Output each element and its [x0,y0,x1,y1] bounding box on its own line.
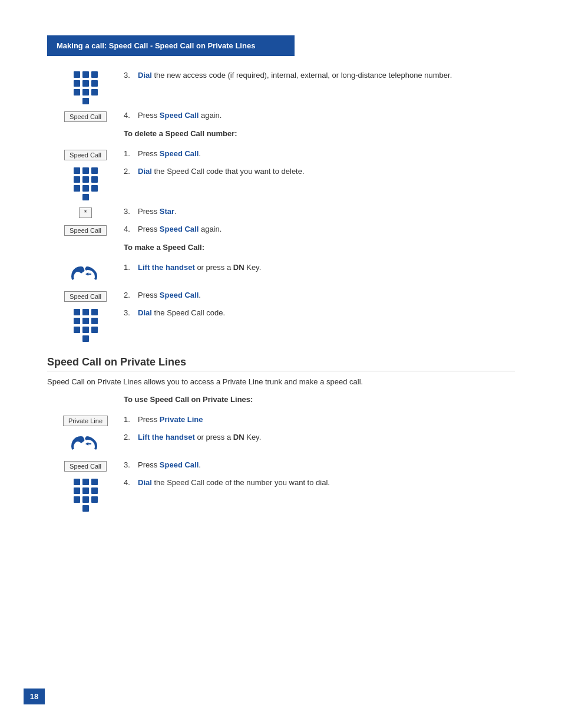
handset-icon-2 [68,433,103,454]
keypad-dot [82,309,89,315]
make-step2-icon: Speed Call [47,290,124,302]
dn-label: DN [233,263,244,272]
private-step3-content: 3. Press Speed Call. [124,460,515,470]
keypad-icon-4 [74,479,98,512]
keypad-dot [74,176,80,183]
private-lines-section-heading: Speed Call on Private Lines [47,356,515,371]
make-step2-content: 2. Press Speed Call. [124,290,515,301]
keypad-dot [74,71,80,78]
delete-label-row: To delete a Speed Call number: [47,128,515,143]
star-button[interactable]: * [79,207,92,218]
make-step1-icon [47,262,124,284]
keypad-dot [74,479,80,485]
use-section-label: To use Speed Call on Private Lines: [124,395,253,404]
step-number: 3. [124,206,134,216]
speed-call-button-delete4[interactable]: Speed Call [64,225,107,236]
speed-call-inline-3: Speed Call [160,460,199,469]
make-step3-icon [47,308,124,342]
keypad-dot [82,496,89,503]
private-line-button[interactable]: Private Line [63,416,108,426]
step-text: Press Private Line [138,414,203,425]
private-step4-content: 4. Dial the Speed Call code of the numbe… [124,477,515,488]
speed-call-button-make2[interactable]: Speed Call [64,291,107,302]
keypad-dot-empty [91,194,98,200]
keypad-icon [74,309,98,342]
speed-call-button-icon[interactable]: Speed Call [64,111,107,122]
keypad-dot [74,487,80,494]
keypad-dot-empty [74,335,80,342]
make-section-label: To make a Speed Call: [124,243,204,252]
keypad-dot [82,185,89,192]
keypad-dot [91,80,98,87]
step-text: Lift the handset or press a DN Key. [138,432,261,443]
keypad-dot [82,479,89,485]
step-text: Lift the handset or press a DN Key. [138,262,261,273]
keypad-dot [91,185,98,192]
make-step-3-row: 3. Dial the Speed Call code. [47,308,515,342]
step-number: 4. [124,110,134,120]
header-banner: Making a call: Speed Call - Speed Call o… [47,35,295,56]
star-inline: Star [160,207,174,216]
delete-step-3-row: * 3. Press Star. [47,206,515,218]
keypad-icon [74,71,98,104]
delete-step4-icon: Speed Call [47,224,124,236]
section-title: Speed Call on Private Lines [47,356,515,368]
keypad-dot [91,167,98,174]
make-step1-content: 1. Lift the handset or press a DN Key. [124,262,515,273]
speed-call-button-private3[interactable]: Speed Call [64,461,107,472]
delete-label-spacer [47,128,124,129]
make-step-1-row: 1. Lift the handset or press a DN Key. [47,262,515,284]
step-text: Dial the Speed Call code. [138,308,225,318]
keypad-dot-empty [91,335,98,342]
keypad-dot-empty [74,505,80,512]
delete-step3-icon: * [47,206,124,218]
private-step-4-row: 4. Dial the Speed Call code of the numbe… [47,477,515,512]
keypad-icon [74,167,98,200]
lift-handset-label: Lift the handset [138,263,195,272]
delete-label-content: To delete a Speed Call number: [124,128,515,143]
keypad-dot [74,89,80,95]
private-line-inline: Private Line [160,415,203,424]
step-number: 4. [124,477,134,487]
delete-step2-content: 2. Dial the Speed Call code that you wan… [124,166,515,177]
delete-step-1-row: Speed Call 1. Press Speed Call. [47,149,515,160]
private-step1-icon: Private Line [47,414,124,426]
step-number: 4. [124,224,134,233]
keypad-dot [74,496,80,503]
delete-step2-icon [47,166,124,200]
use-label-content: To use Speed Call on Private Lines: [124,394,515,409]
page-number: 18 [24,689,45,704]
step-text: Press Speed Call. [138,290,201,301]
step-text: Press Speed Call again. [138,224,222,235]
dial-label: Dial [138,167,152,176]
make-label-row: To make a Speed Call: [47,242,515,256]
step-number: 3. [124,460,134,469]
private-step3-icon: Speed Call [47,460,124,472]
step-number: 1. [124,149,134,158]
private-step2-content: 2. Lift the handset or press a DN Key. [124,432,515,443]
keypad-dot [91,318,98,324]
private-step-3-row: Speed Call 3. Press Speed Call. [47,460,515,472]
keypad-dot-empty [91,98,98,104]
page: Making a call: Speed Call - Speed Call o… [0,0,562,728]
keypad-dot [82,335,89,342]
step-text: Press Speed Call. [138,149,201,159]
keypad-dot-empty [91,505,98,512]
make-step-2-row: Speed Call 2. Press Speed Call. [47,290,515,302]
step-text: Press Star. [138,206,177,217]
keypad-dot [91,479,98,485]
step-text: Dial the new access code (if required), … [138,70,452,81]
step-number: 2. [124,432,134,442]
speed-call-inline: Speed Call [160,291,199,299]
private-step2-icon [47,432,124,454]
keypad-dot [82,194,89,200]
speed-call-inline: Speed Call [160,225,199,233]
keypad-dot [82,98,89,104]
keypad-dot [74,80,80,87]
dial-label-4: Dial [138,478,152,487]
handset-icon [68,263,103,284]
header-title: Making a call: Speed Call - Speed Call o… [57,41,255,50]
speed-call-button-delete1[interactable]: Speed Call [64,150,107,160]
dial-label: Dial [138,71,152,80]
keypad-dot [74,327,80,333]
